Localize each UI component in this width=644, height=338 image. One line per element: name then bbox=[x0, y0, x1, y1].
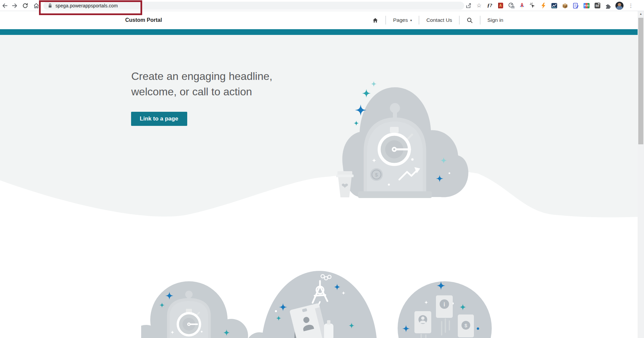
package-box-icon[interactable] bbox=[562, 2, 568, 9]
nav-home-icon[interactable] bbox=[365, 11, 386, 29]
back-icon[interactable] bbox=[1, 2, 8, 9]
lock-icon bbox=[48, 3, 52, 8]
hero-headline: Create an engaging headline, welcome, or… bbox=[131, 68, 289, 99]
nav-contact-us[interactable]: Contact Us bbox=[419, 11, 459, 29]
scrollbar-thumb[interactable] bbox=[638, 18, 643, 144]
chevron-down-icon: ▾ bbox=[410, 18, 412, 22]
bottom-illustration-stopwatch bbox=[141, 279, 267, 338]
sparkle-cursor-icon[interactable] bbox=[529, 2, 536, 9]
analytics-chart-icon[interactable] bbox=[551, 2, 558, 9]
extensions-puzzle-icon[interactable] bbox=[605, 2, 611, 9]
rocket-icon[interactable] bbox=[519, 2, 525, 9]
browser-menu-icon[interactable]: ⋮ bbox=[628, 2, 634, 9]
bottom-illustration-cards: i $ bbox=[394, 281, 495, 338]
site-brand: Custom Portal bbox=[125, 17, 162, 23]
nav-sign-in[interactable]: Sign in bbox=[480, 11, 510, 29]
link-to-page-button[interactable]: Link to a page bbox=[131, 112, 187, 126]
nav-pages[interactable]: Pages ▾ bbox=[386, 11, 419, 29]
share-icon[interactable] bbox=[465, 2, 472, 9]
scrollbar-up-icon[interactable]: ▲ bbox=[638, 11, 644, 17]
home-icon[interactable] bbox=[33, 2, 40, 9]
profile-avatar[interactable] bbox=[615, 2, 623, 10]
selenium-icon[interactable]: Se bbox=[594, 2, 601, 9]
main-nav: Pages ▾ Contact Us Sign in bbox=[365, 11, 510, 29]
lightning-bolt-icon[interactable] bbox=[540, 2, 547, 9]
url-text: spega.powerappsportals.com bbox=[55, 3, 118, 8]
fonts-ninja-icon[interactable]: ƒ? bbox=[486, 2, 493, 9]
address-bar[interactable]: spega.powerappsportals.com bbox=[43, 2, 464, 10]
hero-section: Create an engaging headline, welcome, or… bbox=[0, 35, 638, 222]
hud-icon[interactable]: HUD bbox=[583, 2, 590, 9]
svg-text:$: $ bbox=[465, 323, 468, 328]
accent-bar bbox=[0, 29, 638, 35]
reload-icon[interactable] bbox=[22, 2, 29, 9]
dictionary-book-icon[interactable]: A bbox=[497, 2, 504, 9]
portal-page: Custom Portal Pages ▾ Contact Us bbox=[0, 11, 638, 338]
nav-search-icon[interactable] bbox=[459, 11, 480, 29]
speed-gauge-icon[interactable] bbox=[508, 2, 515, 9]
bottom-illustration-claw-badge bbox=[261, 271, 378, 338]
document-editor-icon[interactable] bbox=[572, 2, 579, 9]
scrollbar[interactable]: ▲ bbox=[638, 11, 644, 338]
browser-toolbar: spega.powerappsportals.com ☆ ƒ? A bbox=[0, 0, 644, 11]
site-header: Custom Portal Pages ▾ Contact Us bbox=[0, 11, 638, 29]
screen: spega.powerappsportals.com ☆ ƒ? A bbox=[0, 0, 644, 338]
bookmark-star-icon[interactable]: ☆ bbox=[476, 2, 482, 9]
forward-icon[interactable] bbox=[11, 2, 18, 9]
svg-text:i: i bbox=[443, 301, 445, 308]
browser-toolbar-right: ☆ ƒ? A bbox=[465, 0, 634, 11]
